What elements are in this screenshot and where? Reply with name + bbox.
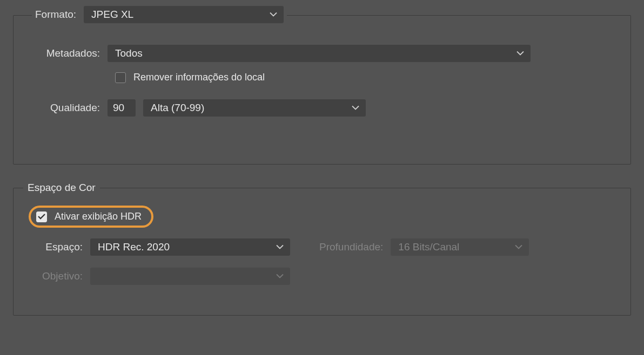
quality-preset-select[interactable]: Alta (70-99) — [143, 99, 366, 117]
hdr-enable-checkbox[interactable]: Ativar exibição HDR — [36, 211, 142, 222]
space-label: Espaço: — [29, 241, 83, 253]
space-select[interactable]: HDR Rec. 2020 — [90, 238, 290, 256]
chevron-down-icon — [276, 274, 284, 279]
metadata-label: Metadados: — [29, 47, 100, 59]
format-select-value: JPEG XL — [91, 9, 133, 21]
intent-label: Objetivo: — [29, 270, 83, 282]
quality-label: Qualidade: — [29, 102, 100, 114]
chevron-down-icon — [352, 106, 359, 111]
checkbox-box — [115, 72, 126, 83]
remove-location-checkbox[interactable]: Remover informações do local — [115, 72, 265, 83]
format-select[interactable]: JPEG XL — [84, 6, 284, 23]
color-space-legend: Espaço de Cor — [23, 182, 100, 194]
chevron-down-icon — [276, 245, 284, 250]
hdr-highlight-pill: Ativar exibição HDR — [29, 206, 153, 228]
metadata-select-value: Todos — [115, 47, 143, 59]
depth-label: Profundidade: — [319, 241, 383, 253]
format-fieldset: Formato: JPEG XL Metadados: Todos — [13, 15, 631, 165]
metadata-select[interactable]: Todos — [108, 45, 531, 62]
quality-preset-value: Alta (70-99) — [151, 102, 204, 114]
chevron-down-icon — [516, 51, 524, 56]
format-label: Formato: — [35, 9, 76, 21]
chevron-down-icon — [270, 12, 277, 17]
remove-location-label: Remover informações do local — [133, 72, 265, 83]
depth-select-value: 16 Bits/Canal — [398, 241, 459, 253]
space-select-value: HDR Rec. 2020 — [98, 241, 170, 253]
quality-input[interactable] — [108, 99, 136, 117]
depth-select[interactable]: 16 Bits/Canal — [391, 238, 529, 256]
color-space-fieldset: Espaço de Cor Ativar exibição HDR Espaço… — [13, 182, 631, 316]
chevron-down-icon — [515, 245, 522, 250]
intent-select[interactable] — [90, 268, 290, 285]
checkbox-box — [36, 211, 47, 222]
hdr-enable-label: Ativar exibição HDR — [55, 211, 142, 222]
